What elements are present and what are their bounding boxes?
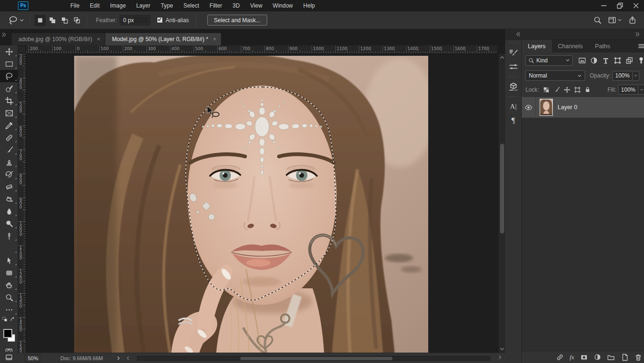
workspace-switcher-button[interactable] — [608, 16, 622, 24]
menu-edit[interactable]: Edit — [85, 0, 105, 11]
spot-healing-brush-tool[interactable] — [0, 131, 18, 144]
tab-layers[interactable]: Layers — [522, 40, 552, 52]
shape-layer-filter-icon[interactable] — [614, 57, 621, 64]
select-and-mask-button[interactable]: Select and Mask... — [207, 15, 267, 26]
brush-tool[interactable] — [0, 144, 18, 156]
lock-image-pixels-icon[interactable] — [553, 86, 560, 93]
new-selection-button[interactable] — [34, 15, 46, 26]
edit-toolbar-tool[interactable] — [0, 303, 18, 316]
foreground-color-swatch[interactable] — [3, 329, 12, 338]
type-layer-filter-icon[interactable] — [602, 57, 610, 64]
character-panel-button[interactable]: A| — [505, 99, 521, 113]
scroll-right-icon[interactable] — [498, 355, 502, 360]
canvas-image[interactable] — [74, 56, 428, 353]
panel-menu-icon[interactable] — [638, 43, 644, 50]
menu-view[interactable]: View — [245, 0, 268, 11]
lock-position-icon[interactable] — [564, 86, 570, 93]
layer-styles-fx-icon[interactable]: fx — [570, 354, 574, 361]
menu-image[interactable]: Image — [105, 0, 131, 11]
crop-tool[interactable] — [0, 95, 18, 107]
quick-selection-tool[interactable] — [0, 82, 18, 95]
menu-filter[interactable]: Filter — [204, 0, 228, 11]
minimize-button[interactable] — [596, 0, 612, 11]
lasso-tool[interactable] — [0, 70, 18, 82]
ruler-corner[interactable] — [18, 45, 26, 54]
new-group-icon[interactable] — [607, 354, 615, 361]
move-tool[interactable] — [0, 45, 18, 58]
opacity-field[interactable]: 100% — [612, 71, 633, 81]
libraries-panel-button[interactable] — [505, 79, 521, 94]
paragraph-panel-button[interactable]: ¶ — [505, 113, 521, 128]
brush-settings-panel-button[interactable] — [505, 45, 521, 60]
filter-kind-dropdown[interactable]: Kind — [525, 55, 573, 66]
restore-button[interactable] — [612, 0, 628, 11]
link-layers-icon[interactable] — [556, 354, 564, 361]
hand-tool[interactable] — [0, 279, 18, 291]
document-tab-0[interactable]: adobe.jpg @ 100% (RGB/8#)× — [12, 33, 105, 45]
tab-paths[interactable]: Paths — [589, 40, 616, 52]
adjustment-layer-filter-icon[interactable] — [590, 57, 598, 64]
pixel-layer-filter-icon[interactable] — [578, 57, 586, 64]
opacity-dropdown-button[interactable] — [633, 71, 639, 81]
path-selection-tool[interactable] — [0, 254, 18, 267]
smart-object-filter-icon[interactable] — [626, 57, 633, 64]
layer-row[interactable]: Layer 0 — [522, 97, 644, 118]
zoom-level-field[interactable]: 50% — [25, 354, 42, 362]
fill-field[interactable]: 100% — [618, 85, 638, 95]
double-chevron-right-icon[interactable] — [1, 32, 7, 37]
layer-visibility-toggle[interactable] — [522, 97, 536, 118]
paint-bucket-tool[interactable] — [0, 193, 18, 205]
share-icon[interactable] — [628, 16, 636, 24]
menu-type[interactable]: Type — [155, 0, 178, 11]
swap-colors-icon[interactable] — [10, 317, 16, 322]
add-adjustment-layer-icon[interactable] — [594, 354, 601, 361]
scroll-down-icon[interactable] — [500, 346, 505, 352]
antialias-checkbox[interactable] — [157, 17, 163, 23]
delete-layer-icon[interactable] — [635, 354, 642, 361]
menu-file[interactable]: File — [65, 0, 85, 11]
drag-grip[interactable] — [508, 76, 518, 78]
eyedropper-tool[interactable] — [0, 119, 18, 131]
rectangular-marquee-tool[interactable] — [0, 58, 18, 70]
type-tool[interactable] — [0, 242, 18, 254]
fill-dropdown-button[interactable] — [638, 85, 644, 95]
expand-panels-icon[interactable] — [635, 32, 640, 37]
frame-tool[interactable] — [0, 107, 18, 119]
drag-grip[interactable] — [508, 96, 518, 98]
lock-transparent-pixels-icon[interactable] — [543, 86, 550, 93]
status-menu-icon[interactable] — [116, 356, 121, 361]
menu-select[interactable]: Select — [178, 0, 204, 11]
pen-tool[interactable] — [0, 230, 18, 242]
intersect-selection-button[interactable] — [71, 15, 83, 26]
menu-3d[interactable]: 3D — [227, 0, 245, 11]
zoom-tool[interactable] — [0, 291, 18, 303]
scroll-left-icon[interactable] — [126, 356, 130, 361]
subtract-from-selection-button[interactable] — [59, 15, 70, 26]
horizontal-scroll-thumb[interactable] — [240, 357, 392, 360]
new-layer-icon[interactable] — [621, 354, 628, 361]
layer-thumbnail[interactable] — [540, 99, 553, 116]
tab-channels[interactable]: Channels — [552, 40, 589, 52]
tool-preset-picker[interactable] — [7, 14, 26, 26]
close-tab-icon[interactable]: × — [97, 36, 100, 43]
eraser-tool[interactable] — [0, 181, 18, 193]
feather-input[interactable]: 0 px — [120, 15, 150, 25]
close-tab-icon[interactable]: × — [213, 36, 216, 43]
rectangle-shape-tool[interactable] — [0, 267, 18, 279]
menu-help[interactable]: Help — [298, 0, 320, 11]
clone-stamp-tool[interactable] — [0, 156, 18, 168]
add-to-selection-button[interactable] — [47, 15, 58, 26]
vertical-scroll-thumb[interactable] — [500, 144, 504, 233]
blur-tool[interactable] — [0, 205, 18, 217]
scroll-up-icon[interactable] — [500, 55, 505, 60]
screen-mode-button[interactable] — [0, 352, 18, 363]
canvas-horizontal-scrollbar[interactable] — [137, 356, 490, 361]
dodge-tool[interactable] — [0, 217, 18, 230]
default-colors-icon[interactable] — [2, 317, 8, 322]
drag-grip[interactable] — [508, 42, 518, 44]
search-icon[interactable] — [593, 16, 602, 24]
menu-layer[interactable]: Layer — [131, 0, 155, 11]
menu-window[interactable]: Window — [268, 0, 298, 11]
brush-presets-panel-button[interactable] — [505, 60, 521, 74]
close-button[interactable] — [628, 0, 644, 11]
